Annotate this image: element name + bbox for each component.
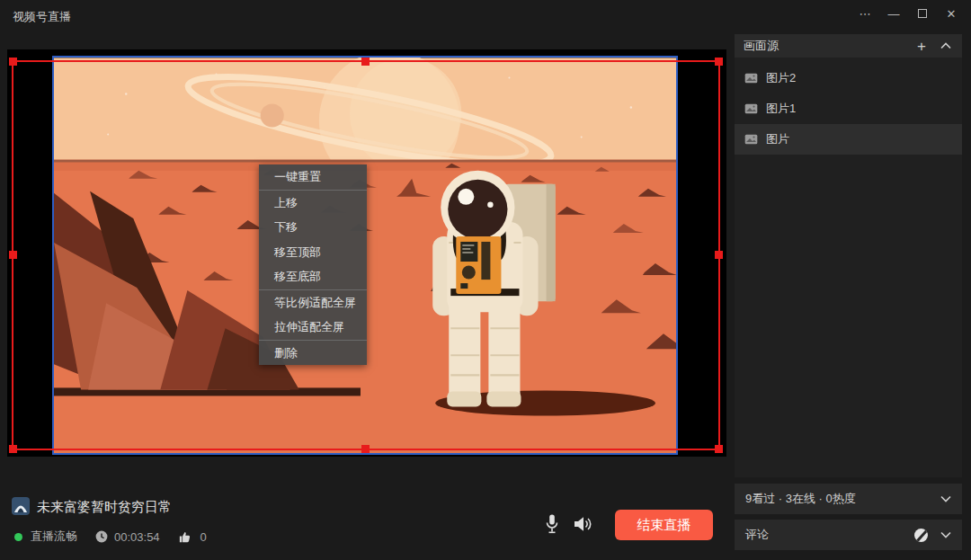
- resize-handle-middle-right[interactable]: [715, 251, 723, 259]
- chevron-down-icon[interactable]: [940, 495, 951, 502]
- maximize-icon[interactable]: [912, 4, 933, 22]
- live-studio-window: { "window": { "title": "视频号直播", "control…: [0, 0, 971, 560]
- image-icon: [744, 103, 758, 114]
- menu-item-move-up[interactable]: 上移: [259, 191, 367, 216]
- menu-item-delete[interactable]: 删除: [259, 341, 367, 366]
- audience-stats-panel[interactable]: 9看过 · 3在线 · 0热度: [735, 484, 962, 514]
- image-icon: [744, 73, 758, 84]
- source-item-image[interactable]: 图片: [735, 124, 962, 155]
- stream-duration: 00:03:54: [114, 530, 160, 544]
- add-source-icon[interactable]: +: [917, 39, 926, 54]
- resize-handle-middle-left[interactable]: [9, 251, 17, 259]
- close-icon[interactable]: ✕: [940, 4, 962, 22]
- image-icon: [744, 134, 758, 145]
- source-panel-title: 画面源: [744, 38, 917, 54]
- audience-stats-text: 9看过 · 3在线 · 0热度: [745, 491, 940, 507]
- stream-health-text: 直播流畅: [31, 529, 77, 545]
- menu-item-move-down[interactable]: 下移: [259, 215, 367, 240]
- resize-handle-bottom-left[interactable]: [9, 445, 17, 453]
- window-controls: ⋯ — ✕: [854, 4, 962, 23]
- source-panel-header: 画面源 +: [735, 34, 962, 58]
- resize-handle-bottom-middle[interactable]: [361, 445, 370, 453]
- source-panel: 画面源 + 图片2 图片1 图片: [735, 34, 962, 477]
- window-title: 视频号直播: [13, 9, 71, 25]
- streamer-avatar: [12, 497, 30, 515]
- comment-panel-label: 评论: [745, 527, 914, 543]
- live-status-dot: [14, 533, 22, 541]
- resize-handle-top-middle[interactable]: [361, 58, 370, 66]
- resize-handle-top-left[interactable]: [9, 58, 17, 66]
- more-icon[interactable]: ⋯: [854, 4, 876, 22]
- source-item-image2[interactable]: 图片2: [735, 63, 962, 93]
- end-live-button[interactable]: 结束直播: [615, 510, 713, 540]
- resize-handle-bottom-right[interactable]: [715, 445, 723, 453]
- menu-item-move-top[interactable]: 移至顶部: [259, 240, 367, 265]
- source-item-image1[interactable]: 图片1: [735, 93, 962, 124]
- microphone-icon[interactable]: [540, 512, 564, 536]
- stream-title: 未来富婆暂时贫穷日常: [37, 499, 172, 516]
- chevron-down-icon[interactable]: [940, 531, 951, 538]
- clock-icon: [95, 530, 108, 543]
- menu-item-move-bottom[interactable]: 移至底部: [259, 264, 367, 289]
- chevron-up-icon[interactable]: [940, 42, 951, 49]
- menu-item-fit-proportional[interactable]: 等比例适配全屏: [259, 290, 367, 316]
- menu-item-fit-stretch[interactable]: 拉伸适配全屏: [259, 315, 367, 340]
- stream-status-row: 直播流畅 00:03:54 0: [14, 529, 207, 545]
- resize-handle-top-right[interactable]: [715, 58, 723, 66]
- speaker-icon[interactable]: [571, 512, 596, 536]
- menu-item-reset[interactable]: 一键重置: [259, 164, 367, 190]
- preview-canvas[interactable]: [7, 49, 726, 457]
- like-count: 0: [200, 530, 207, 544]
- comment-panel[interactable]: 评论: [735, 520, 962, 550]
- context-menu: 一键重置 上移 下移 移至顶部 移至底部 等比例适配全屏 拉伸适配全屏 删除: [259, 164, 367, 365]
- comment-mute-icon[interactable]: [914, 529, 928, 542]
- thumb-up-icon: [178, 530, 192, 544]
- minimize-icon[interactable]: —: [883, 4, 904, 22]
